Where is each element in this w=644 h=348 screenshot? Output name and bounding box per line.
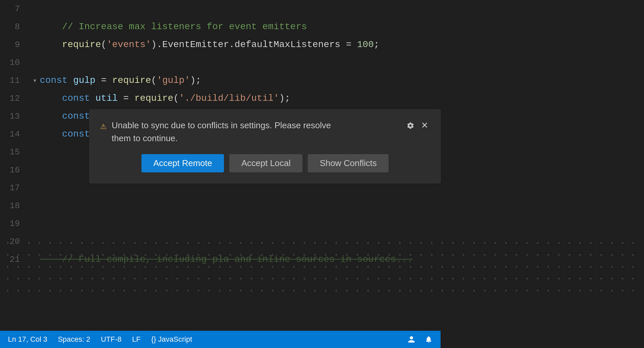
line-21-content: // Full compile, including pla and inlin…: [40, 251, 413, 268]
line-number-17: 17: [0, 183, 30, 193]
fold-arrow-11[interactable]: ▾: [30, 76, 40, 85]
line-number-12: 12: [0, 93, 30, 103]
status-spaces[interactable]: Spaces: 2: [58, 335, 90, 344]
code-line-20: 20: [0, 233, 644, 251]
editor: 7 8 // Increase max listeners for event …: [0, 0, 644, 348]
line-11-content: const gulp = require('gulp');: [40, 72, 201, 89]
line-number-19: 19: [0, 219, 30, 229]
bell-icon[interactable]: [425, 335, 433, 343]
status-line-endings[interactable]: LF: [132, 335, 141, 344]
accept-local-button[interactable]: Accept Local: [229, 154, 302, 172]
code-line-11: 11 ▾ const gulp = require('gulp');: [0, 72, 644, 89]
code-line-9: 9 require('events').EventEmitter.default…: [0, 36, 644, 54]
line-number-13: 13: [0, 111, 30, 121]
line-9-content: require('events').EventEmitter.defaultMa…: [40, 36, 379, 54]
status-line-col[interactable]: Ln 17, Col 3: [8, 335, 47, 344]
line-number-21: 21: [0, 255, 30, 264]
code-line-7: 7: [0, 0, 644, 18]
line-number-9: 9: [0, 40, 30, 50]
line-number-14: 14: [0, 129, 30, 139]
code-line-12: 12 const util = require('./build/lib/uti…: [0, 89, 644, 107]
notification-buttons: Accept Remote Accept Local Show Conflict…: [100, 154, 430, 172]
status-right-icons: [407, 335, 433, 343]
line-number-10: 10: [0, 58, 30, 68]
code-line-18: 18: [0, 197, 644, 215]
line-number-20: 20: [0, 237, 30, 247]
line-number-15: 15: [0, 147, 30, 157]
notification-dialog: ⚠ Unable to sync due to conflicts in set…: [89, 109, 441, 183]
line-12-content: const util = require('./build/lib/util')…: [40, 89, 290, 107]
accept-remote-button[interactable]: Accept Remote: [141, 154, 224, 172]
status-encoding[interactable]: UTF-8: [101, 335, 121, 344]
close-button[interactable]: ✕: [420, 119, 430, 132]
code-line-21: 21 // Full compile, including pla and in…: [0, 251, 644, 268]
notification-message: Unable to sync due to conflicts in setti…: [112, 119, 400, 145]
line-number-8: 8: [0, 22, 30, 32]
line-8-content: // Increase max listeners for event emit…: [40, 18, 307, 36]
show-conflicts-button[interactable]: Show Conflicts: [308, 154, 389, 172]
settings-button[interactable]: [405, 120, 416, 131]
notification-header-actions: ✕: [405, 119, 430, 132]
status-language[interactable]: {} JavaScript: [151, 335, 192, 344]
gear-icon: [406, 122, 414, 130]
warning-icon: ⚠: [100, 120, 106, 132]
code-line-8: 8 // Increase max listeners for event em…: [0, 18, 644, 36]
notification-header: ⚠ Unable to sync due to conflicts in set…: [100, 119, 430, 145]
status-bar: Ln 17, Col 3 Spaces: 2 UTF-8 LF {} JavaS…: [0, 331, 441, 348]
line-number-11: 11: [0, 76, 30, 86]
person-icon[interactable]: [407, 335, 415, 343]
line-number-7: 7: [0, 4, 30, 14]
code-line-10: 10: [0, 54, 644, 72]
line-number-18: 18: [0, 201, 30, 211]
code-line-19: 19: [0, 215, 644, 233]
line-number-16: 16: [0, 165, 30, 175]
